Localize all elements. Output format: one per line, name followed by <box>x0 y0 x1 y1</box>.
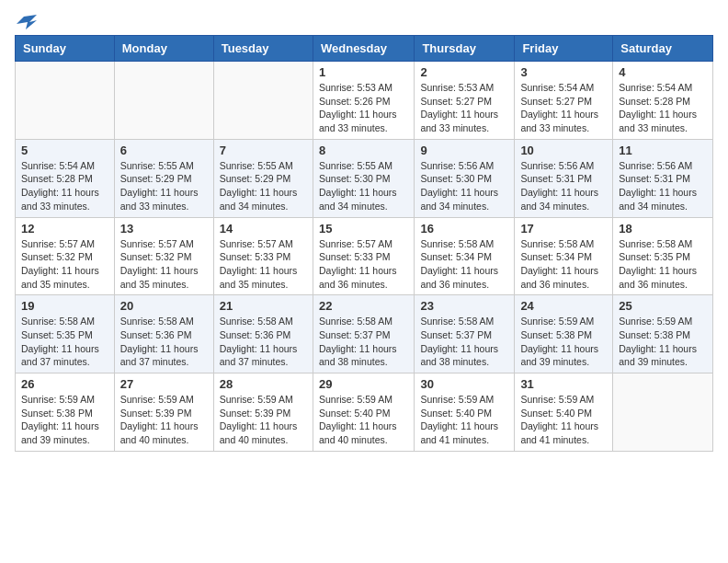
calendar-cell <box>213 62 313 140</box>
cell-info-text: Sunrise: 5:58 AMSunset: 5:36 PMDaylight:… <box>120 315 208 369</box>
cell-date-number: 27 <box>120 377 208 391</box>
calendar-cell: 8Sunrise: 5:55 AMSunset: 5:30 PMDaylight… <box>313 139 414 217</box>
weekday-header-saturday: Saturday <box>613 36 713 62</box>
calendar-cell: 29Sunrise: 5:59 AMSunset: 5:40 PMDayligh… <box>313 373 414 452</box>
calendar-cell: 31Sunrise: 5:59 AMSunset: 5:40 PMDayligh… <box>515 373 613 452</box>
calendar-cell: 30Sunrise: 5:59 AMSunset: 5:40 PMDayligh… <box>415 373 515 452</box>
calendar-week-row: 26Sunrise: 5:59 AMSunset: 5:38 PMDayligh… <box>16 373 713 452</box>
calendar-cell: 25Sunrise: 5:59 AMSunset: 5:38 PMDayligh… <box>613 295 713 373</box>
calendar-cell: 26Sunrise: 5:59 AMSunset: 5:38 PMDayligh… <box>16 373 115 452</box>
cell-date-number: 16 <box>420 222 508 236</box>
cell-date-number: 22 <box>319 299 408 313</box>
cell-date-number: 1 <box>319 65 408 79</box>
weekday-header-row: SundayMondayTuesdayWednesdayThursdayFrid… <box>16 36 713 62</box>
cell-date-number: 4 <box>619 65 707 79</box>
cell-info-text: Sunrise: 5:58 AMSunset: 5:34 PMDaylight:… <box>420 237 508 292</box>
cell-date-number: 26 <box>21 377 108 391</box>
calendar-cell: 17Sunrise: 5:58 AMSunset: 5:34 PMDayligh… <box>515 217 613 295</box>
cell-date-number: 18 <box>619 222 707 236</box>
cell-info-text: Sunrise: 5:53 AMSunset: 5:27 PMDaylight:… <box>420 81 508 135</box>
cell-info-text: Sunrise: 5:58 AMSunset: 5:34 PMDaylight:… <box>520 237 607 292</box>
calendar-cell: 22Sunrise: 5:58 AMSunset: 5:37 PMDayligh… <box>313 295 414 373</box>
calendar-cell: 27Sunrise: 5:59 AMSunset: 5:39 PMDayligh… <box>114 373 213 452</box>
calendar-cell <box>613 373 713 452</box>
calendar-cell: 6Sunrise: 5:55 AMSunset: 5:29 PMDaylight… <box>114 139 213 217</box>
cell-date-number: 17 <box>520 222 607 236</box>
calendar-cell: 24Sunrise: 5:59 AMSunset: 5:38 PMDayligh… <box>515 295 613 373</box>
weekday-header-sunday: Sunday <box>16 36 115 62</box>
cell-date-number: 2 <box>420 65 508 79</box>
cell-info-text: Sunrise: 5:58 AMSunset: 5:35 PMDaylight:… <box>619 237 707 292</box>
calendar-cell: 10Sunrise: 5:56 AMSunset: 5:31 PMDayligh… <box>515 139 613 217</box>
cell-date-number: 28 <box>220 377 307 391</box>
calendar-body: 1Sunrise: 5:53 AMSunset: 5:26 PMDaylight… <box>16 62 713 452</box>
cell-info-text: Sunrise: 5:57 AMSunset: 5:32 PMDaylight:… <box>21 237 108 292</box>
cell-date-number: 13 <box>120 222 208 236</box>
calendar-cell <box>114 62 213 140</box>
calendar-cell: 2Sunrise: 5:53 AMSunset: 5:27 PMDaylight… <box>415 62 515 140</box>
cell-info-text: Sunrise: 5:57 AMSunset: 5:33 PMDaylight:… <box>319 237 408 292</box>
cell-date-number: 20 <box>120 299 208 313</box>
calendar-cell: 21Sunrise: 5:58 AMSunset: 5:36 PMDayligh… <box>213 295 313 373</box>
cell-info-text: Sunrise: 5:56 AMSunset: 5:31 PMDaylight:… <box>520 159 607 213</box>
cell-date-number: 5 <box>21 144 108 157</box>
calendar-cell: 19Sunrise: 5:58 AMSunset: 5:35 PMDayligh… <box>16 295 115 373</box>
cell-date-number: 14 <box>220 222 307 236</box>
cell-info-text: Sunrise: 5:56 AMSunset: 5:30 PMDaylight:… <box>420 159 508 213</box>
cell-date-number: 23 <box>420 299 508 313</box>
cell-info-text: Sunrise: 5:58 AMSunset: 5:37 PMDaylight:… <box>420 315 508 369</box>
calendar-cell: 5Sunrise: 5:54 AMSunset: 5:28 PMDaylight… <box>16 139 115 217</box>
calendar-cell <box>16 62 115 140</box>
calendar-week-row: 12Sunrise: 5:57 AMSunset: 5:32 PMDayligh… <box>16 217 713 295</box>
calendar-cell: 20Sunrise: 5:58 AMSunset: 5:36 PMDayligh… <box>114 295 213 373</box>
calendar-cell: 28Sunrise: 5:59 AMSunset: 5:39 PMDayligh… <box>213 373 313 452</box>
cell-info-text: Sunrise: 5:54 AMSunset: 5:27 PMDaylight:… <box>520 81 607 135</box>
cell-date-number: 30 <box>420 377 508 391</box>
cell-info-text: Sunrise: 5:59 AMSunset: 5:39 PMDaylight:… <box>220 393 307 447</box>
cell-info-text: Sunrise: 5:57 AMSunset: 5:32 PMDaylight:… <box>120 237 208 292</box>
cell-date-number: 8 <box>319 144 408 157</box>
calendar-week-row: 5Sunrise: 5:54 AMSunset: 5:28 PMDaylight… <box>16 139 713 217</box>
calendar-cell: 14Sunrise: 5:57 AMSunset: 5:33 PMDayligh… <box>213 217 313 295</box>
cell-info-text: Sunrise: 5:58 AMSunset: 5:37 PMDaylight:… <box>319 315 408 369</box>
cell-date-number: 21 <box>220 299 307 313</box>
calendar-cell: 12Sunrise: 5:57 AMSunset: 5:32 PMDayligh… <box>16 217 115 295</box>
calendar-week-row: 1Sunrise: 5:53 AMSunset: 5:26 PMDaylight… <box>16 62 713 140</box>
page-header <box>15 15 713 28</box>
logo-bird-icon <box>17 15 37 29</box>
weekday-header-tuesday: Tuesday <box>213 36 313 62</box>
cell-info-text: Sunrise: 5:59 AMSunset: 5:40 PMDaylight:… <box>420 393 508 447</box>
cell-info-text: Sunrise: 5:55 AMSunset: 5:30 PMDaylight:… <box>319 159 408 213</box>
cell-date-number: 10 <box>520 144 607 157</box>
weekday-header-friday: Friday <box>515 36 613 62</box>
calendar-cell: 9Sunrise: 5:56 AMSunset: 5:30 PMDaylight… <box>415 139 515 217</box>
calendar-cell: 18Sunrise: 5:58 AMSunset: 5:35 PMDayligh… <box>613 217 713 295</box>
cell-info-text: Sunrise: 5:56 AMSunset: 5:31 PMDaylight:… <box>619 159 707 213</box>
cell-date-number: 11 <box>619 144 707 157</box>
cell-date-number: 9 <box>420 144 508 157</box>
calendar-week-row: 19Sunrise: 5:58 AMSunset: 5:35 PMDayligh… <box>16 295 713 373</box>
cell-info-text: Sunrise: 5:59 AMSunset: 5:40 PMDaylight:… <box>520 393 607 447</box>
cell-info-text: Sunrise: 5:53 AMSunset: 5:26 PMDaylight:… <box>319 81 408 135</box>
cell-date-number: 7 <box>220 144 307 157</box>
calendar-cell: 1Sunrise: 5:53 AMSunset: 5:26 PMDaylight… <box>313 62 414 140</box>
cell-date-number: 15 <box>319 222 408 236</box>
calendar-cell: 23Sunrise: 5:58 AMSunset: 5:37 PMDayligh… <box>415 295 515 373</box>
calendar-cell: 11Sunrise: 5:56 AMSunset: 5:31 PMDayligh… <box>613 139 713 217</box>
calendar-cell: 3Sunrise: 5:54 AMSunset: 5:27 PMDaylight… <box>515 62 613 140</box>
cell-info-text: Sunrise: 5:57 AMSunset: 5:33 PMDaylight:… <box>220 237 307 292</box>
cell-info-text: Sunrise: 5:59 AMSunset: 5:38 PMDaylight:… <box>520 315 607 369</box>
logo <box>15 15 37 28</box>
cell-date-number: 25 <box>619 299 707 313</box>
cell-date-number: 24 <box>520 299 607 313</box>
weekday-header-monday: Monday <box>114 36 213 62</box>
cell-info-text: Sunrise: 5:59 AMSunset: 5:38 PMDaylight:… <box>619 315 707 369</box>
cell-info-text: Sunrise: 5:54 AMSunset: 5:28 PMDaylight:… <box>619 81 707 135</box>
cell-date-number: 3 <box>520 65 607 79</box>
cell-info-text: Sunrise: 5:55 AMSunset: 5:29 PMDaylight:… <box>220 159 307 213</box>
cell-date-number: 19 <box>21 299 108 313</box>
cell-date-number: 12 <box>21 222 108 236</box>
calendar-cell: 16Sunrise: 5:58 AMSunset: 5:34 PMDayligh… <box>415 217 515 295</box>
cell-info-text: Sunrise: 5:55 AMSunset: 5:29 PMDaylight:… <box>120 159 208 213</box>
svg-marker-0 <box>17 15 37 29</box>
